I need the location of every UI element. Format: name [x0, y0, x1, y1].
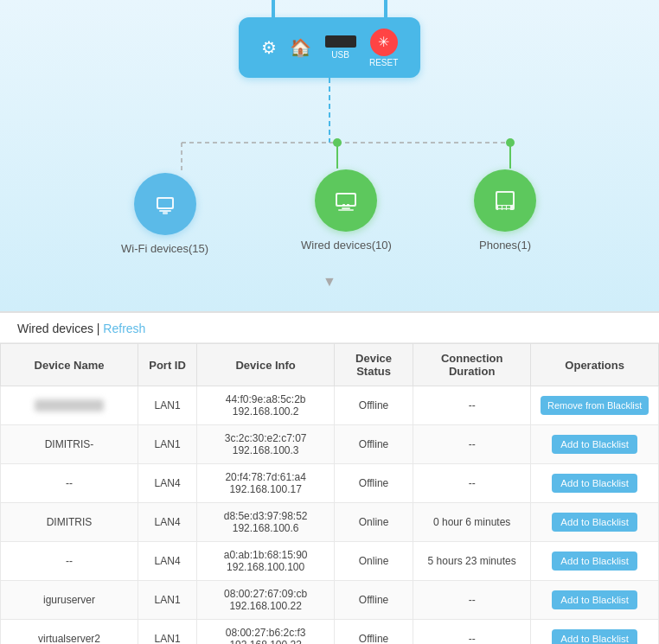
table-row: DIMITRISLAN4d8:5e:d3:97:98:52192.168.100…	[1, 503, 659, 542]
cell-port-id: LAN1	[138, 581, 197, 620]
svg-rect-24	[507, 209, 510, 212]
svg-rect-20	[502, 206, 506, 208]
col-header-duration: Connection Duration	[413, 344, 531, 386]
svg-rect-14	[338, 209, 354, 211]
cell-operations: Add to Blacklist	[531, 581, 659, 620]
add-to-blacklist-button[interactable]: Add to Blacklist	[552, 629, 637, 644]
cell-duration: --	[413, 464, 531, 503]
cell-duration: 0 hour 6 minutes	[413, 503, 531, 542]
cell-device-info: 44:f0:9e:a8:5c:2b192.168.100.2	[197, 386, 335, 425]
table-row: virtualserver2LAN108:00:27:b6:2c:f3192.1…	[1, 620, 659, 645]
cell-operations: Add to Blacklist	[531, 620, 659, 645]
cell-port-id: LAN4	[138, 464, 197, 503]
svg-rect-9	[159, 210, 171, 212]
router: ⚙ 🏠 USB ✳ RESET	[239, 17, 420, 78]
table-title-bar: Wired devices | Refresh	[0, 313, 659, 343]
col-header-device-name: Device Name	[1, 344, 138, 386]
svg-rect-8	[158, 199, 172, 207]
svg-rect-16	[347, 204, 349, 206]
svg-rect-13	[342, 207, 350, 209]
wifi-devices-node[interactable]: Wi-Fi devices(15)	[121, 173, 208, 255]
cell-port-id: LAN1	[138, 386, 197, 425]
cell-duration: --	[413, 581, 531, 620]
svg-rect-10	[163, 212, 168, 214]
table-row: DIMITRIS-LAN13c:2c:30:e2:c7:07192.168.10…	[1, 425, 659, 464]
col-header-port: Port ID	[138, 344, 197, 386]
usb-slot	[325, 35, 356, 48]
wifi-icon	[134, 173, 196, 235]
settings-icon: ⚙	[261, 37, 277, 58]
reset-area: ✳ RESET	[369, 29, 398, 67]
cell-duration: --	[413, 425, 531, 464]
cell-device-name: Hidden	[1, 386, 138, 425]
svg-rect-21	[507, 206, 510, 208]
usb-label: USB	[331, 50, 349, 60]
blurred-device-name: Hidden	[35, 399, 104, 411]
cell-duration: --	[413, 386, 531, 425]
cell-device-info: 3c:2c:30:e2:c7:07192.168.100.3	[197, 425, 335, 464]
add-to-blacklist-button[interactable]: Add to Blacklist	[552, 513, 637, 532]
cell-operations: Add to Blacklist	[531, 425, 659, 464]
wired-devices-node[interactable]: Wired devices(10)	[301, 169, 392, 252]
refresh-link[interactable]: Refresh	[103, 322, 145, 335]
cell-device-info: 08:00:27:b6:2c:f3192.168.100.23	[197, 620, 335, 645]
wired-devices-label: Wired devices(10)	[301, 239, 392, 252]
svg-point-5	[333, 138, 342, 147]
cell-device-name: DIMITRIS	[1, 503, 138, 542]
cell-device-info: d8:5e:d3:97:98:52192.168.100.6	[197, 503, 335, 542]
table-row: --LAN420:f4:78:7d:61:a4192.168.100.17Off…	[1, 464, 659, 503]
svg-rect-15	[342, 204, 345, 206]
add-to-blacklist-button[interactable]: Add to Blacklist	[552, 474, 637, 493]
cell-status: Offline	[335, 581, 413, 620]
cell-port-id: LAN1	[138, 425, 197, 464]
router-box: ⚙ 🏠 USB ✳ RESET	[239, 17, 420, 78]
cell-status: Online	[335, 503, 413, 542]
svg-point-6	[506, 138, 515, 147]
network-diagram: ⚙ 🏠 USB ✳ RESET	[0, 0, 659, 311]
wired-devices-section: Wired devices | Refresh Device Name Port…	[0, 311, 659, 644]
add-to-blacklist-button[interactable]: Add to Blacklist	[552, 552, 637, 571]
svg-rect-12	[337, 194, 355, 205]
col-header-device-info: Device Info	[197, 344, 335, 386]
cell-operations: Remove from Blacklist	[531, 386, 659, 425]
svg-rect-22	[498, 209, 502, 212]
cell-device-info: 20:f4:78:7d:61:a4192.168.100.17	[197, 464, 335, 503]
cell-device-info: a0:ab:1b:68:15:90192.168.100.100	[197, 542, 335, 581]
phones-label: Phones(1)	[479, 239, 531, 252]
phones-node[interactable]: Phones(1)	[474, 169, 536, 252]
svg-rect-19	[498, 206, 502, 208]
cell-device-name: virtualserver2	[1, 620, 138, 645]
remove-from-blacklist-button[interactable]: Remove from Blacklist	[541, 396, 649, 415]
svg-rect-18	[497, 193, 513, 205]
cell-port-id: LAN1	[138, 620, 197, 645]
wifi-devices-label: Wi-Fi devices(15)	[121, 242, 208, 255]
table-row: --LAN4a0:ab:1b:68:15:90192.168.100.100On…	[1, 542, 659, 581]
cell-port-id: LAN4	[138, 542, 197, 581]
cell-status: Online	[335, 542, 413, 581]
cell-operations: Add to Blacklist	[531, 464, 659, 503]
cell-operations: Add to Blacklist	[531, 542, 659, 581]
table-header-row: Device Name Port ID Device Info Device S…	[1, 344, 659, 386]
cell-operations: Add to Blacklist	[531, 503, 659, 542]
col-header-status: Device Status	[335, 344, 413, 386]
table-row: iguruserverLAN108:00:27:67:09:cb192.168.…	[1, 581, 659, 620]
cell-device-name: iguruserver	[1, 581, 138, 620]
col-header-operations: Operations	[531, 344, 659, 386]
add-to-blacklist-button[interactable]: Add to Blacklist	[552, 435, 637, 454]
cell-status: Offline	[335, 464, 413, 503]
cell-device-name: --	[1, 464, 138, 503]
cell-duration: --	[413, 620, 531, 645]
svg-rect-23	[502, 209, 506, 212]
cell-port-id: LAN4	[138, 503, 197, 542]
phone-icon	[474, 169, 536, 232]
down-arrow-icon: ▼	[323, 274, 336, 290]
reset-label: RESET	[369, 58, 398, 67]
table-title: Wired devices	[17, 322, 93, 335]
usb-area: USB	[325, 35, 356, 60]
wired-icon	[315, 169, 377, 232]
cell-status: Offline	[335, 386, 413, 425]
home-icon: 🏠	[290, 37, 311, 58]
add-to-blacklist-button[interactable]: Add to Blacklist	[552, 590, 637, 609]
reset-button[interactable]: ✳	[370, 29, 398, 56]
cell-status: Offline	[335, 620, 413, 645]
